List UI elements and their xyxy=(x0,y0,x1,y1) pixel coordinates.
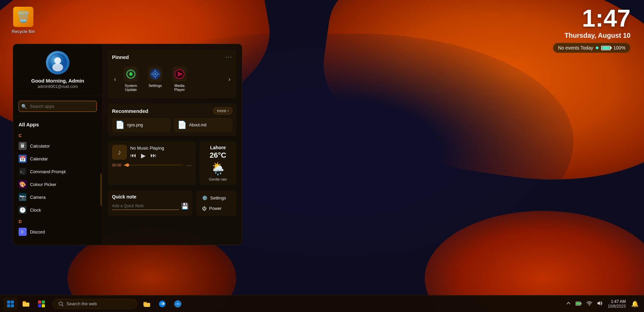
quick-note-save-button[interactable]: 💾 xyxy=(181,202,189,210)
taskbar-search-bar[interactable]: Search the web xyxy=(53,299,137,309)
app-camera[interactable]: 📷 Camera xyxy=(16,191,100,204)
clock-time: 1:47 xyxy=(553,6,631,30)
battery-percent: 100% xyxy=(613,45,625,51)
pinned-next-button[interactable]: › xyxy=(226,74,232,84)
taskbar-clock-date: 10/8/2023 xyxy=(608,304,626,309)
quick-note-input[interactable] xyxy=(112,202,179,210)
taskbar: Search the web xyxy=(0,295,644,312)
events-badge[interactable]: No events Today 100% xyxy=(553,43,631,53)
about-file-icon: 📄 xyxy=(177,121,187,129)
svg-point-12 xyxy=(154,73,156,75)
pinned-app-settings[interactable]: Settings xyxy=(145,64,165,94)
recommended-more-button[interactable]: more › xyxy=(213,107,232,115)
search-apps-wrapper xyxy=(19,101,97,112)
start-button[interactable] xyxy=(3,297,18,311)
svg-rect-24 xyxy=(11,304,14,307)
events-text: No events Today xyxy=(558,45,593,51)
command-prompt-label: Command Prompt xyxy=(30,169,65,174)
taskbar-notification-icon[interactable]: 🔔 xyxy=(629,298,641,310)
bottom-row: Quick note 💾 ⚙️ Settings ⏻ Power xyxy=(108,190,236,216)
recommended-file-rgos[interactable]: 📄 rgos.png xyxy=(112,118,171,132)
music-next-button[interactable]: ⏭ xyxy=(150,152,157,159)
music-top: ♪ No Music Playing ⏮ ▶ ⏭ xyxy=(112,145,192,160)
svg-rect-14 xyxy=(155,77,156,79)
user-avatar[interactable] xyxy=(46,51,69,74)
user-info: Good Morning, Admin admin6901@mail.com xyxy=(13,51,102,96)
app-colour-picker[interactable]: 🎨 Colour Picker xyxy=(16,178,100,191)
svg-point-9 xyxy=(129,72,133,76)
clock-label: Clock xyxy=(30,208,41,213)
search-apps-container xyxy=(13,96,102,117)
app-discord[interactable]: D Discord xyxy=(16,225,100,238)
music-info: No Music Playing ⏮ ▶ ⏭ xyxy=(130,146,192,159)
pinned-options-button[interactable]: ··· xyxy=(225,54,232,61)
app-calculator[interactable]: 🖩 Calculator xyxy=(16,139,100,152)
start-menu: Good Morning, Admin admin6901@mail.com A… xyxy=(13,44,242,245)
battery-fill xyxy=(602,47,610,49)
svg-rect-28 xyxy=(42,301,45,304)
weather-widget[interactable]: Lahore 26°C 🌦️ Gentle rain xyxy=(199,141,236,185)
taskbar-search-icon xyxy=(58,301,64,307)
search-apps-input[interactable] xyxy=(19,101,97,112)
taskbar-search-text: Search the web xyxy=(66,301,97,306)
svg-rect-41 xyxy=(576,302,580,305)
desktop-clock: 1:47 Thursday, August 10 No events Today… xyxy=(553,6,631,53)
app-calendar[interactable]: 📅 Calendar xyxy=(16,152,100,165)
taskbar-file-explorer-button[interactable] xyxy=(140,297,154,311)
music-progress-bar[interactable] xyxy=(124,164,184,166)
pinned-app-media-player[interactable]: MediaPlayer xyxy=(169,64,190,94)
recommended-file-about[interactable]: 📄 About.md xyxy=(174,118,233,132)
calculator-label: Calculator xyxy=(30,144,50,149)
taskbar-volume-icon[interactable] xyxy=(595,299,605,309)
power-icon: ⏻ xyxy=(202,206,206,211)
svg-rect-26 xyxy=(23,303,29,307)
recommended-section: Recommended more › 📄 rgos.png 📄 About.md xyxy=(108,103,236,136)
recycle-bin-icon[interactable]: 🗑️ Recycle Bin xyxy=(12,7,35,34)
taskbar-chevron-up-button[interactable] xyxy=(564,299,573,309)
svg-line-32 xyxy=(62,305,63,306)
pinned-title: Pinned xyxy=(112,54,129,60)
user-greeting: Good Morning, Admin xyxy=(31,78,84,84)
settings-button[interactable]: ⚙️ Settings xyxy=(200,194,232,202)
music-prev-button[interactable]: ⏮ xyxy=(130,152,136,159)
taskbar-browser-button[interactable] xyxy=(171,297,185,311)
command-prompt-icon: >_ xyxy=(19,167,27,176)
taskbar-wifi-icon[interactable] xyxy=(584,299,594,309)
taskbar-clock[interactable]: 1:47 AM 10/8/2023 xyxy=(605,299,628,309)
sidebar-scroll[interactable] xyxy=(101,174,102,206)
all-apps-section: All Apps xyxy=(13,117,102,130)
recycle-bin-label: Recycle Bin xyxy=(12,29,35,34)
music-title: No Music Playing xyxy=(130,146,192,151)
app-command-prompt[interactable]: >_ Command Prompt xyxy=(16,165,100,178)
taskbar-apps-button[interactable] xyxy=(34,297,49,311)
calendar-icon: 📅 xyxy=(19,155,27,163)
start-menu-sidebar: Good Morning, Admin admin6901@mail.com A… xyxy=(13,44,103,245)
recommended-title: Recommended xyxy=(112,108,148,114)
music-progress-thumb xyxy=(126,163,129,167)
settings-gear-icon: ⚙️ xyxy=(202,195,207,200)
power-button[interactable]: ⏻ Power xyxy=(200,205,232,212)
app-list: C 🖩 Calculator 📅 Calendar >_ Command Pro… xyxy=(13,130,102,238)
avatar-inner xyxy=(46,51,69,74)
pinned-section: Pinned ··· ‹ S xyxy=(108,50,236,98)
camera-label: Camera xyxy=(30,195,46,200)
svg-point-2 xyxy=(52,63,63,71)
svg-rect-23 xyxy=(7,304,10,307)
colour-picker-icon: 🎨 xyxy=(19,180,27,188)
pinned-app-system-update[interactable]: SystemUpdate xyxy=(121,64,141,94)
system-update-icon xyxy=(123,67,138,82)
svg-point-1 xyxy=(54,57,61,64)
battery-icon xyxy=(601,46,611,50)
app-clock[interactable]: 🕐 Clock xyxy=(16,204,100,216)
settings-label: Settings xyxy=(210,195,226,200)
music-play-button[interactable]: ▶ xyxy=(141,152,146,159)
dot-indicator xyxy=(596,46,598,49)
pinned-prev-button[interactable]: ‹ xyxy=(112,74,118,84)
taskbar-files-button[interactable] xyxy=(19,297,33,311)
settings-pinned-label: Settings xyxy=(148,84,162,88)
pinned-header: Pinned ··· xyxy=(112,54,232,61)
all-apps-title: All Apps xyxy=(19,122,39,127)
taskbar-edge-button[interactable] xyxy=(155,297,169,311)
pinned-apps: SystemUpdate xyxy=(121,64,224,94)
svg-text:D: D xyxy=(21,230,23,234)
